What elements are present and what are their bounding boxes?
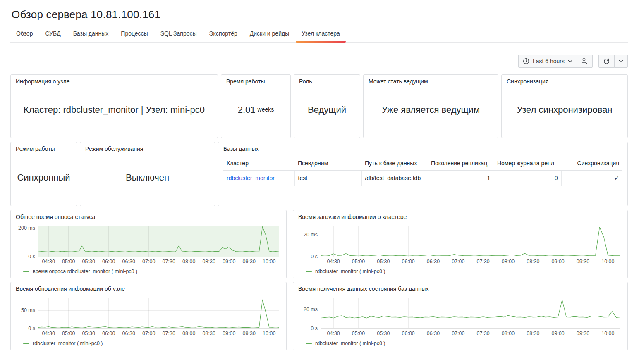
svg-text:07:00: 07:00: [142, 331, 155, 336]
col-header-replication-journal[interactable]: Номер журнала репл: [494, 157, 561, 171]
panel-title[interactable]: Время загрузки информации о кластере: [298, 214, 622, 219]
panel-title[interactable]: Время получения данных состояния баз дан…: [298, 285, 622, 291]
time-series-plot[interactable]: 04:3005:0005:3006:0006:3007:0007:3008:00…: [298, 295, 622, 338]
svg-text:05:00: 05:00: [352, 259, 365, 264]
cell-path: /db/test_database.fdb: [361, 171, 428, 186]
stats-row-2: Режим работы Синхронный Режим обслуживан…: [10, 142, 628, 206]
panel-title[interactable]: Может стать ведущим: [369, 78, 493, 85]
svg-text:06:00: 06:00: [402, 331, 415, 336]
svg-text:04:30: 04:30: [327, 331, 340, 336]
stat-node-info-value: Кластер: rdbcluster_monitor | Узел: mini…: [16, 85, 213, 134]
svg-text:0 s: 0 s: [28, 254, 35, 259]
svg-text:09:00: 09:00: [552, 331, 565, 336]
panel-title[interactable]: Режим обслуживания: [85, 145, 210, 152]
svg-text:07:00: 07:00: [142, 259, 155, 264]
panel-sync-status: Синхронизация Узел синхронизирован: [501, 74, 628, 138]
legend-item[interactable]: время опроса rdbcluster_monitor ( mini-p…: [23, 268, 281, 275]
panel-can-become-leader: Может стать ведущим Уже является ведущим: [363, 74, 498, 138]
svg-text:10:00: 10:00: [263, 331, 275, 336]
charts-row-1: Общее время опроса статуса 04:3005:0005:…: [10, 210, 628, 278]
legend-item[interactable]: rdbcluster_monitor ( mini-pc0 ): [306, 268, 622, 275]
panel-title[interactable]: Время обновления информации об узле: [16, 285, 281, 291]
svg-text:05:30: 05:30: [82, 331, 95, 336]
tab-databases[interactable]: Базы данных: [67, 27, 115, 42]
stat-mode-value: Синхронный: [16, 152, 72, 202]
time-range-picker[interactable]: Last 6 hours: [518, 55, 577, 68]
tab-processes[interactable]: Процессы: [115, 27, 153, 42]
page-title: Обзор сервера 10.81.100.161: [12, 8, 628, 21]
time-series-plot[interactable]: 04:3005:0005:3006:0006:3007:0007:3008:00…: [298, 224, 622, 266]
legend-label: rdbcluster_monitor ( mini-pc0 ): [315, 269, 385, 274]
svg-text:07:00: 07:00: [452, 259, 464, 264]
refresh-interval-dropdown[interactable]: [614, 55, 628, 68]
legend-label: rdbcluster_monitor ( mini-pc0 ): [33, 340, 103, 346]
clock-icon: [523, 58, 529, 64]
svg-text:10:00: 10:00: [601, 331, 614, 336]
time-controls: Last 6 hours: [518, 55, 593, 68]
stat-unit: weeks: [258, 106, 274, 114]
tab-overview[interactable]: Обзор: [10, 27, 38, 42]
panel-title[interactable]: Синхронизация: [507, 78, 622, 85]
col-header-alias[interactable]: Псевдоним: [294, 157, 361, 171]
svg-text:08:30: 08:30: [527, 331, 539, 336]
tab-cluster-node[interactable]: Узел кластера: [296, 27, 346, 42]
svg-text:0 s: 0 s: [28, 326, 35, 331]
panel-title[interactable]: Роль: [299, 78, 355, 85]
svg-text:07:30: 07:30: [163, 259, 175, 264]
panel-maintenance-mode: Режим обслуживания Выключен: [80, 142, 215, 206]
svg-text:05:30: 05:30: [377, 259, 390, 264]
panel-work-mode: Режим работы Синхронный: [10, 142, 77, 206]
refresh-controls: [598, 55, 628, 68]
svg-text:08:30: 08:30: [203, 259, 215, 264]
tab-sql-queries[interactable]: SQL Запросы: [155, 27, 203, 42]
svg-text:08:30: 08:30: [527, 259, 539, 264]
svg-text:04:30: 04:30: [42, 331, 55, 336]
legend-item[interactable]: rdbcluster_monitor ( mini-pc0 ): [23, 340, 281, 347]
tab-disks-raids[interactable]: Диски и рейды: [244, 27, 295, 42]
col-header-path[interactable]: Путь к базе данных: [361, 157, 428, 171]
cell-alias: test: [294, 171, 361, 186]
svg-text:04:30: 04:30: [42, 259, 55, 264]
panel-title[interactable]: Время работы: [226, 78, 285, 85]
time-series-plot[interactable]: 04:3005:0005:3006:0006:3007:0007:3008:00…: [16, 224, 281, 266]
svg-text:50 ms: 50 ms: [21, 308, 35, 314]
col-header-cluster[interactable]: Кластер: [223, 157, 294, 171]
cell-sync-checkmark: ✓: [561, 171, 622, 186]
tab-dbms[interactable]: СУБД: [39, 27, 66, 42]
panel-uptime: Время работы 2.01weeks: [221, 74, 291, 138]
panel-title[interactable]: Базы данных: [223, 145, 622, 152]
col-header-sync[interactable]: Синхронизация: [561, 157, 622, 171]
tab-exporter[interactable]: Экспортёр: [203, 27, 243, 42]
panel-node-info-update-time: Время обновления информации об узле 04:3…: [10, 282, 287, 350]
zoom-out-icon: [581, 58, 588, 65]
svg-text:20 ms: 20 ms: [304, 307, 318, 312]
panel-node-info: Информация о узле Кластер: rdbcluster_mo…: [10, 74, 218, 138]
svg-text:06:00: 06:00: [102, 259, 115, 264]
panel-title[interactable]: Общее время опроса статуса: [16, 214, 281, 219]
legend-item[interactable]: rdbcluster_monitor ( mini-pc0 ): [306, 340, 622, 347]
cell-journal: 0: [494, 171, 561, 186]
stat-sync-value: Узел синхронизирован: [507, 85, 622, 134]
svg-text:08:00: 08:00: [502, 331, 515, 336]
active-tab-indicator: [296, 41, 346, 43]
panel-db-state-fetch-time: Время получения данных состояния баз дан…: [293, 282, 628, 350]
cluster-link[interactable]: rdbcluster_monitor: [227, 175, 275, 181]
time-series-plot[interactable]: 04:3005:0005:3006:0006:3007:0007:3008:00…: [16, 295, 281, 338]
series-swatch: [23, 343, 29, 344]
legend-label: время опроса rdbcluster_monitor ( mini-p…: [33, 269, 137, 274]
svg-text:0 s: 0 s: [311, 326, 318, 331]
legend-label: rdbcluster_monitor ( mini-pc0 ): [315, 340, 385, 346]
panel-title[interactable]: Информация о узле: [16, 78, 213, 85]
svg-text:08:00: 08:00: [502, 259, 515, 264]
svg-text:200 ms: 200 ms: [18, 225, 35, 231]
svg-text:08:30: 08:30: [203, 331, 215, 336]
svg-text:05:00: 05:00: [352, 331, 365, 336]
svg-text:09:30: 09:30: [243, 259, 256, 264]
svg-text:05:30: 05:30: [82, 259, 95, 264]
refresh-button[interactable]: [598, 55, 615, 68]
zoom-out-button[interactable]: [577, 55, 593, 68]
stat-role-value: Ведущий: [299, 85, 355, 134]
svg-text:10:00: 10:00: [263, 259, 275, 264]
panel-title[interactable]: Режим работы: [16, 145, 72, 152]
col-header-replication-generation[interactable]: Поколение репликац: [428, 157, 494, 171]
